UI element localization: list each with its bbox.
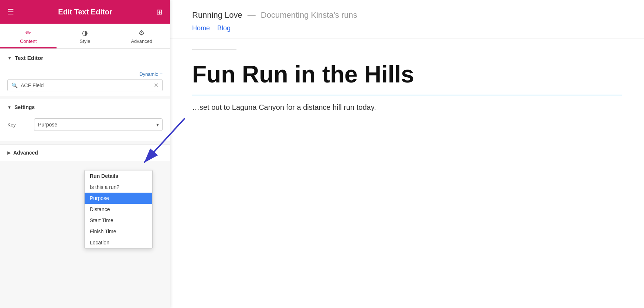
dropdown-item-5[interactable]: Location [85,237,152,248]
dropdown-item-2[interactable]: Distance [85,204,152,215]
advanced-expand-arrow: ▶ [7,150,10,155]
content-tab-icon: ✏ [25,29,31,37]
search-icon: 🔍 [11,82,18,88]
key-row: Key Is this a run? Purpose Distance Star… [0,115,170,134]
content-divider [192,50,236,50]
advanced-section-label: Advanced [13,150,38,156]
clear-icon[interactable]: ✕ [154,82,159,89]
settings-collapse-arrow: ▼ [7,105,11,109]
content-tab-label: Content [20,38,37,44]
advanced-tab-label: Advanced [131,38,152,44]
panel-header: ☰ Edit Text Editor ⊞ [0,0,170,24]
site-header: Running Love — Documenting Kinsta's runs… [170,0,644,38]
right-panel: Running Love — Documenting Kinsta's runs… [170,0,644,308]
advanced-section-header[interactable]: ▶ Advanced [0,145,170,161]
panel-tabs: ✏ Content ◑ Style ⚙ Advanced [0,24,170,49]
settings-section-label: Settings [14,104,35,110]
text-editor-section-header[interactable]: ▼ Text Editor [0,49,170,67]
content-text-block: …set out to Laguna Canyon for a distance… [192,95,622,113]
style-tab-icon: ◑ [82,29,88,37]
post-excerpt-text: … [192,103,200,111]
site-tagline: Documenting Kinsta's runs [261,10,357,20]
key-label: Key [7,122,30,128]
dynamic-link[interactable]: Dynamic ≡ [139,71,163,77]
advanced-section: ▶ Advanced [0,144,170,161]
panel-title: Edit Text Editor [58,8,112,16]
panel-body: ▼ Text Editor Dynamic ≡ 🔍 ✕ ▼ Settings [0,49,170,308]
tab-style[interactable]: ◑ Style [57,24,113,48]
nav-home[interactable]: Home [192,24,210,32]
tab-content[interactable]: ✏ Content [0,24,57,48]
search-field-row: 🔍 ✕ [0,79,170,96]
text-editor-collapse-arrow: ▼ [7,55,12,61]
site-title-row: Running Love — Documenting Kinsta's runs [192,10,622,20]
text-editor-section-label: Text Editor [15,55,43,61]
left-panel: ☰ Edit Text Editor ⊞ ✏ Content ◑ Style ⚙… [0,0,170,308]
key-dropdown-overlay: Run Details Is this a run? Purpose Dista… [84,170,153,248]
dropdown-group-label: Run Details [85,170,152,182]
dropdown-item-3[interactable]: Start Time [85,215,152,226]
dropdown-item-0[interactable]: Is this a run? [85,182,152,193]
dynamic-link-label: Dynamic [139,71,158,77]
style-tab-label: Style [80,38,91,44]
grid-icon[interactable]: ⊞ [156,7,163,16]
tab-advanced[interactable]: ⚙ Advanced [113,24,170,48]
site-dash: — [248,10,256,20]
post-excerpt: …set out to Laguna Canyon for a distance… [192,101,622,113]
advanced-tab-icon: ⚙ [139,29,144,37]
post-excerpt-content: set out to Laguna Canyon for a distance … [200,103,376,111]
content-area: Fun Run in the Hills …set out to Laguna … [170,38,644,133]
site-title: Running Love [192,10,242,20]
key-select[interactable]: Is this a run? Purpose Distance Start Ti… [34,118,163,131]
acf-field-input[interactable] [21,82,151,88]
dynamic-link-icon: ≡ [160,71,163,77]
dropdown-item-1[interactable]: Purpose [85,193,152,204]
settings-section-header[interactable]: ▼ Settings [0,99,170,115]
hamburger-icon[interactable]: ☰ [7,7,14,16]
site-nav: Home Blog [192,24,622,32]
key-select-wrap: Is this a run? Purpose Distance Start Ti… [34,118,163,131]
post-title: Fun Run in the Hills [192,61,622,87]
search-field-container: 🔍 ✕ [7,79,163,91]
settings-section: ▼ Settings Key Is this a run? Purpose Di… [0,99,170,141]
nav-blog[interactable]: Blog [217,24,231,32]
dropdown-item-4[interactable]: Finish Time [85,226,152,237]
dynamic-row: Dynamic ≡ [0,67,170,79]
